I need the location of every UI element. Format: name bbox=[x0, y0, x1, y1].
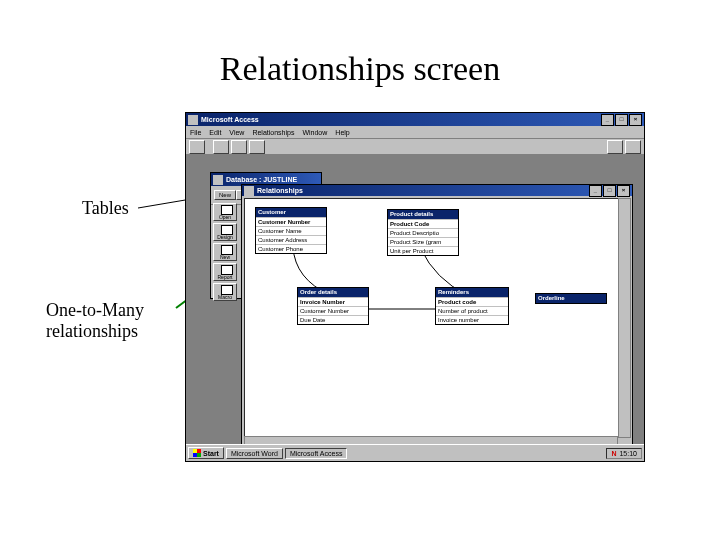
annotation-one-to-many: One-to-Many relationships bbox=[46, 300, 144, 341]
table-reminders-field[interactable]: Number of product bbox=[436, 306, 508, 315]
table-product-pk[interactable]: Product Code bbox=[388, 219, 458, 228]
table-orderdet-field[interactable]: Due Date bbox=[298, 315, 368, 324]
app-title-text: Microsoft Access bbox=[201, 116, 259, 123]
relwin-titlebar[interactable]: Relationships _ □ × bbox=[242, 185, 632, 196]
database-icon bbox=[213, 175, 223, 185]
relwin-min-button[interactable]: _ bbox=[589, 185, 602, 197]
toolbar-btn-layout[interactable] bbox=[249, 140, 265, 154]
table-customer[interactable]: Customer Customer Number Customer Name C… bbox=[255, 207, 327, 254]
dbwin-title-text: Database : JUSTLINE bbox=[226, 176, 297, 183]
table-reminders-field[interactable]: Invoice number bbox=[436, 315, 508, 324]
table-product-field[interactable]: Unit per Product bbox=[388, 246, 458, 255]
table-order-details[interactable]: Order details Invoice Number Customer Nu… bbox=[297, 287, 369, 325]
minimize-button[interactable]: _ bbox=[601, 114, 614, 126]
menu-window[interactable]: Window bbox=[302, 129, 327, 136]
table-orderline-header: Orderline bbox=[536, 294, 606, 303]
menu-relationships[interactable]: Relationships bbox=[252, 129, 294, 136]
table-reminders-pk[interactable]: Product code bbox=[436, 297, 508, 306]
tray-icon[interactable]: N bbox=[611, 450, 616, 457]
windows-logo-icon bbox=[193, 449, 201, 457]
relationships-canvas[interactable]: 1 ∞ 1 ∞ Customer Customer Number Custome… bbox=[244, 198, 630, 438]
taskbar-access[interactable]: Microsoft Access bbox=[285, 448, 348, 459]
table-customer-field[interactable]: Customer Phone bbox=[256, 244, 326, 253]
close-button[interactable]: × bbox=[629, 114, 642, 126]
slide-title: Relationships screen bbox=[0, 50, 720, 88]
table-product-field[interactable]: Product Size (gram bbox=[388, 237, 458, 246]
relwin-max-button[interactable]: □ bbox=[603, 185, 616, 197]
relwin-close-button[interactable]: × bbox=[617, 185, 630, 197]
table-customer-header: Customer bbox=[256, 208, 326, 217]
start-label: Start bbox=[203, 450, 219, 457]
dbwin-side-macro[interactable]: Macro bbox=[213, 283, 237, 301]
maximize-button[interactable]: □ bbox=[615, 114, 628, 126]
menubar: File Edit View Relationships Window Help bbox=[186, 126, 644, 139]
dbwin-side-new[interactable]: New bbox=[213, 243, 237, 261]
table-orderline[interactable]: Orderline bbox=[535, 293, 607, 304]
tray-clock: 15:10 bbox=[619, 450, 637, 457]
table-orderdet-field[interactable]: Customer Number bbox=[298, 306, 368, 315]
access-icon bbox=[188, 115, 198, 125]
dbwin-object-bar: Open Design New Report Macro bbox=[213, 203, 239, 301]
table-reminders[interactable]: Reminders Product code Number of product… bbox=[435, 287, 509, 325]
toolbar-btn-show-table[interactable] bbox=[213, 140, 229, 154]
relwin-title-text: Relationships bbox=[257, 187, 303, 194]
relationships-window[interactable]: Relationships _ □ × 1 ∞ 1 ∞ Customer bbox=[241, 184, 633, 451]
table-customer-field[interactable]: Customer Address bbox=[256, 235, 326, 244]
dbwin-new-button[interactable]: New bbox=[214, 190, 236, 200]
toolbar-btn-office[interactable] bbox=[625, 140, 641, 154]
system-tray[interactable]: N 15:10 bbox=[606, 448, 642, 459]
dbwin-side-report[interactable]: Report bbox=[213, 263, 237, 281]
menu-help[interactable]: Help bbox=[335, 129, 349, 136]
table-customer-field[interactable]: Customer Name bbox=[256, 226, 326, 235]
dbwin-side-design[interactable]: Design bbox=[213, 223, 237, 241]
taskbar: Start Microsoft Word Microsoft Access N … bbox=[186, 444, 644, 461]
menu-view[interactable]: View bbox=[229, 129, 244, 136]
dbwin-side-open[interactable]: Open bbox=[213, 203, 237, 221]
relwin-vertical-scrollbar[interactable] bbox=[618, 198, 631, 438]
taskbar-word[interactable]: Microsoft Word bbox=[226, 448, 283, 459]
table-product-field[interactable]: Product Descriptio bbox=[388, 228, 458, 237]
table-reminders-header: Reminders bbox=[436, 288, 508, 297]
toolbar-btn-help[interactable] bbox=[607, 140, 623, 154]
toolbar-btn-print[interactable] bbox=[189, 140, 205, 154]
menu-file[interactable]: File bbox=[190, 129, 201, 136]
toolbar-btn-show-all[interactable] bbox=[231, 140, 247, 154]
table-product-details[interactable]: Product details Product Code Product Des… bbox=[387, 209, 459, 256]
table-orderdet-pk[interactable]: Invoice Number bbox=[298, 297, 368, 306]
table-product-header: Product details bbox=[388, 210, 458, 219]
access-app-window: Microsoft Access _ □ × File Edit View Re… bbox=[185, 112, 645, 462]
app-titlebar[interactable]: Microsoft Access _ □ × bbox=[186, 113, 644, 126]
start-button[interactable]: Start bbox=[188, 447, 224, 459]
table-customer-pk[interactable]: Customer Number bbox=[256, 217, 326, 226]
table-orderdet-header: Order details bbox=[298, 288, 368, 297]
relationships-icon bbox=[244, 186, 254, 196]
annotation-tables: Tables bbox=[82, 198, 129, 219]
mdi-workspace: Database : JUSTLINE New Open Design Open… bbox=[186, 154, 644, 461]
menu-edit[interactable]: Edit bbox=[209, 129, 221, 136]
